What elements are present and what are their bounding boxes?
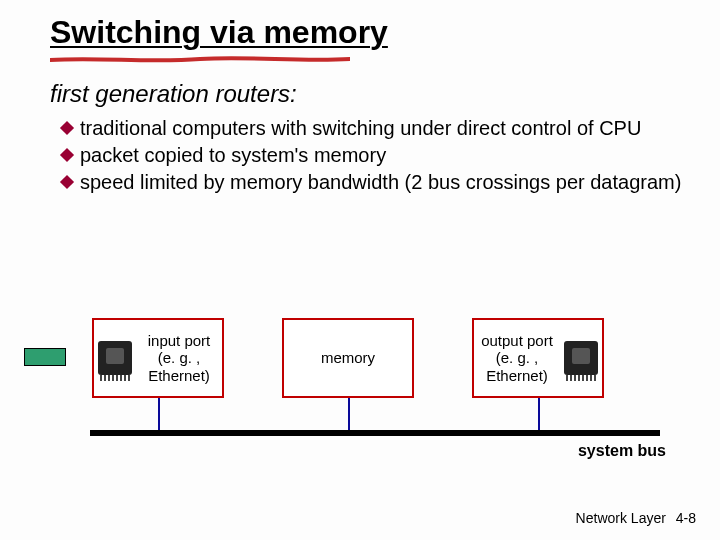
title-block: Switching via memory: [50, 14, 388, 51]
bullet-item: traditional computers with switching und…: [62, 116, 692, 141]
footer-page-number: 4-8: [676, 510, 696, 526]
diamond-icon: [60, 148, 74, 162]
memory-box: memory: [282, 318, 414, 398]
slide-title: Switching via memory: [50, 14, 388, 51]
green-marker: [24, 348, 66, 366]
port-pins: [566, 375, 596, 381]
bullet-item: speed limited by memory bandwidth (2 bus…: [62, 170, 692, 195]
bullet-item: packet copied to system's memory: [62, 143, 692, 168]
bus-connector: [538, 398, 540, 430]
port-pins: [100, 375, 130, 381]
system-bus-label: system bus: [578, 442, 666, 460]
slide-footer: Network Layer 4-8: [576, 510, 696, 526]
bullet-text: speed limited by memory bandwidth (2 bus…: [80, 170, 692, 195]
bus-connector: [158, 398, 160, 430]
diamond-icon: [60, 121, 74, 135]
architecture-diagram: input port (e. g. , Ethernet) memory out…: [20, 290, 700, 460]
bullet-text: traditional computers with switching und…: [80, 116, 692, 141]
input-port-label: input port (e. g. , Ethernet): [136, 332, 222, 384]
title-underline-mark: [50, 50, 350, 58]
ethernet-port-icon: [98, 341, 132, 375]
output-port-label: output port (e. g. , Ethernet): [474, 332, 560, 384]
footer-section: Network Layer: [576, 510, 666, 526]
system-bus-line: [90, 430, 660, 436]
bullet-list: traditional computers with switching und…: [62, 116, 692, 197]
slide-subtitle: first generation routers:: [50, 80, 297, 108]
input-port-box: input port (e. g. , Ethernet): [92, 318, 224, 398]
bullet-text: packet copied to system's memory: [80, 143, 692, 168]
bus-connector: [348, 398, 350, 430]
ethernet-port-icon: [564, 341, 598, 375]
output-port-box: output port (e. g. , Ethernet): [472, 318, 604, 398]
memory-label: memory: [321, 349, 375, 366]
diamond-icon: [60, 175, 74, 189]
